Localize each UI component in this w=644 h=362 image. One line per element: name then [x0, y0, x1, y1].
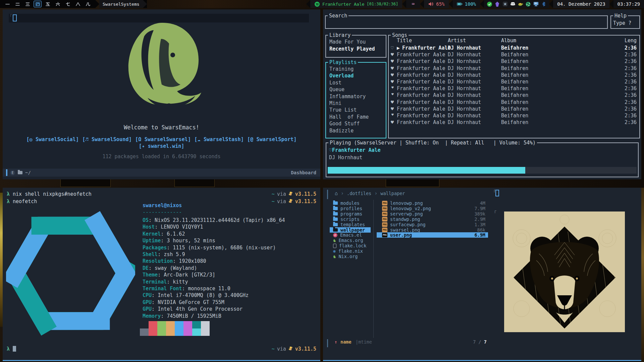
star-icon[interactable] — [502, 1, 508, 7]
monitor-icon[interactable] — [533, 1, 539, 7]
workspace-8[interactable] — [74, 1, 82, 7]
search-input[interactable] — [327, 17, 606, 27]
playlist-item[interactable]: Good Stuff — [329, 121, 384, 127]
song-row[interactable]: ♥Frankfurter AaleDJ HornhautBeifahren2:3… — [389, 106, 639, 113]
dashboard-link-1[interactable]: [◎ SwarselSocial] — [26, 136, 79, 142]
date-module[interactable]: 04. Dezember 2023 — [553, 0, 609, 8]
playlist-item[interactable]: Lost — [329, 80, 384, 86]
dir-row[interactable]: programs — [330, 211, 371, 217]
dir-name: Emacs.org — [338, 238, 363, 243]
file-row[interactable]: PNGlenovowp.png4M — [377, 200, 488, 206]
library-item[interactable]: Made For You — [329, 39, 384, 46]
dir-row[interactable]: profiles — [330, 206, 371, 211]
song-row[interactable]: ♥Frankfurter AaleDJ HornhautBeifahren2:3… — [389, 99, 639, 106]
syncthing-icon[interactable] — [525, 1, 531, 7]
seek-bar[interactable] — [328, 167, 637, 174]
dashboard-link-5[interactable]: [@ SwarselSport] — [247, 136, 297, 142]
playlist-item[interactable]: True List — [329, 107, 384, 114]
dir-row[interactable]: modules — [330, 200, 371, 206]
song-row[interactable]: ♥Frankfurter AaleDJ HornhautBeifahren2:3… — [389, 72, 639, 79]
breadcrumb-segment[interactable]: .dotfiles — [347, 191, 371, 196]
playlist-item[interactable]: Training — [329, 66, 384, 73]
file-row[interactable]: PNGserverwp.png389k — [377, 211, 488, 217]
workspace-2[interactable] — [13, 1, 21, 7]
file-row[interactable]: PNGsurfacewp.png1.3M — [377, 222, 488, 227]
gem-icon[interactable] — [494, 1, 500, 7]
neofetch-separator: ------------- — [143, 209, 182, 215]
checkmark-icon[interactable] — [487, 1, 492, 7]
dashboard-link-3[interactable]: [Ω SwarselSwarsel] — [135, 136, 191, 142]
file-row[interactable]: PNGswarsel.png86k — [377, 227, 488, 233]
workspace-1[interactable] — [3, 1, 11, 7]
sort-direction-arrow[interactable]: ↑ — [334, 339, 337, 345]
dir-row[interactable]: wallpaper — [330, 227, 371, 233]
bluetooth-icon[interactable] — [541, 1, 546, 7]
sort-secondary[interactable]: |mtime — [356, 339, 372, 345]
dashboard-link-2[interactable]: [♬ SwarselSound] — [82, 136, 132, 142]
heart-icon[interactable]: ♥ — [391, 52, 394, 58]
dir-row[interactable]: eEmacs.el — [330, 232, 371, 238]
song-row[interactable]: ♥Frankfurter AaleDJ HornhautBeifahren2:3… — [389, 85, 639, 92]
song-row[interactable]: ♥Frankfurter AaleDJ HornhautBeifahren2:3… — [389, 52, 639, 58]
now-playing-module[interactable]: Frankfurter Aale [01:38/02:36] — [310, 0, 402, 8]
library-item[interactable]: Recently Played — [329, 46, 384, 53]
song-row[interactable]: ♥Frankfurter AaleDJ HornhautBeifahren2:3… — [389, 65, 639, 72]
site-link[interactable]: [✦ swarsel.win] — [3, 143, 320, 149]
playlist-item[interactable]: Hall of Fame — [329, 114, 384, 121]
workspace-3[interactable] — [23, 1, 32, 7]
heart-icon[interactable]: ♥ — [391, 113, 394, 117]
home-icon[interactable]: ⌂ — [335, 190, 338, 196]
song-row[interactable]: ♥Frankfurter AaleDJ HornhautBeifahren2:3… — [389, 113, 639, 119]
volume-module[interactable]: 65% — [424, 0, 448, 8]
heart-icon[interactable]: ♥ — [391, 85, 394, 90]
playlist-item[interactable]: Queue — [329, 86, 384, 93]
heart-icon[interactable]: ♥ — [391, 99, 394, 105]
heart-icon[interactable]: ♥ — [391, 106, 394, 112]
file-row[interactable]: PNGlenovowp_v2.png7.9M — [377, 206, 488, 211]
keyboard-module[interactable]: ⌨ — [406, 0, 420, 8]
col-album[interactable]: Album — [501, 38, 516, 44]
sort-primary[interactable]: name — [340, 339, 352, 345]
workspace-9[interactable] — [84, 1, 92, 7]
heart-icon[interactable]: ♥ — [391, 92, 394, 97]
workspace-7[interactable] — [64, 1, 72, 7]
dir-row[interactable]: templates — [330, 222, 371, 227]
dir-row[interactable]: flake.lock — [330, 243, 371, 248]
discord-icon[interactable] — [510, 1, 516, 7]
dashboard-link-4[interactable]: [☁ SwarselStash] — [194, 136, 244, 142]
heart-icon[interactable]: ♥ — [391, 72, 394, 78]
clock-module[interactable]: 03:37:29 — [613, 0, 644, 8]
shell-prompt-line[interactable]: λ ~viav3.11.5 — [7, 346, 316, 352]
workspace-5[interactable] — [44, 1, 52, 7]
heart-icon[interactable]: ♥ — [391, 65, 394, 71]
heart-icon[interactable]: ♥ — [391, 119, 394, 125]
turtle-icon[interactable] — [518, 1, 523, 7]
col-artist[interactable]: Artist — [448, 38, 466, 44]
heart-outline-icon[interactable]: ♡ — [391, 45, 394, 51]
dir-row[interactable]: ✻flake.nix — [330, 248, 371, 254]
battery-module[interactable]: 100% — [453, 0, 480, 8]
playlist-item[interactable]: Mini — [329, 100, 384, 107]
heart-icon[interactable]: ♥ — [391, 58, 394, 64]
workspace-6[interactable] — [54, 1, 62, 7]
file-row[interactable]: PNGstandwp.png2.9M — [377, 217, 488, 222]
via-label: via — [277, 191, 286, 197]
breadcrumb[interactable]: ⌂›.dotfiles›wallpaper — [335, 190, 405, 196]
breadcrumb-segment[interactable]: wallpaper — [380, 191, 405, 196]
heart-icon[interactable]: ♥ — [391, 79, 394, 85]
playlist-item[interactable]: Inflammatory — [329, 94, 384, 100]
col-title[interactable]: Title — [397, 38, 412, 44]
dir-row[interactable]: ♞Nix.org — [330, 254, 371, 259]
song-row[interactable]: ♡▶Frankfurter AaleDJ HornhautBeifahren2:… — [389, 45, 639, 52]
file-row[interactable]: PNGuser.png6.9M — [377, 232, 488, 238]
dir-row[interactable]: scripts — [330, 217, 371, 222]
song-row[interactable]: ♥Frankfurter AaleDJ HornhautBeifahren2:3… — [389, 119, 639, 126]
workspace-4[interactable] — [34, 1, 42, 7]
song-row[interactable]: ♥Frankfurter AaleDJ HornhautBeifahren2:3… — [389, 58, 639, 65]
playlist-item[interactable]: Overload — [329, 73, 384, 79]
song-row[interactable]: ♥Frankfurter AaleDJ HornhautBeifahren2:3… — [389, 79, 639, 85]
song-row[interactable]: ♥Frankfurter AaleDJ HornhautBeifahren2:3… — [389, 92, 639, 99]
playlist-item[interactable]: Badizzle — [329, 128, 384, 134]
dir-row[interactable]: ♞Emacs.org — [330, 238, 371, 243]
col-length[interactable]: Leng — [625, 38, 637, 44]
